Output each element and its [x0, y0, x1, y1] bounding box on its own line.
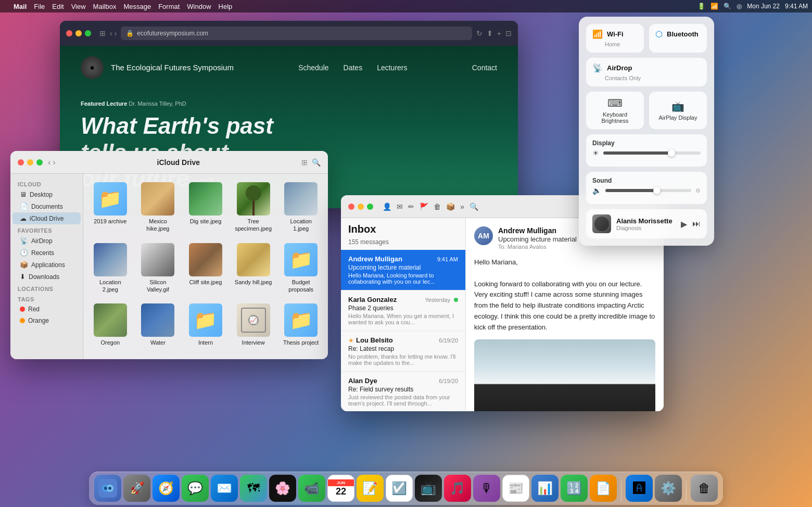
mail-close-button[interactable]	[348, 204, 354, 210]
browser-back-button[interactable]: ‹	[110, 29, 112, 37]
mail-item-1[interactable]: Karla Gonzalez Yesterday Phase 2 queries…	[341, 290, 465, 331]
finder-item-location2[interactable]: Location 2.jpeg	[88, 240, 132, 297]
dock-launchpad[interactable]: 🚀	[123, 475, 150, 502]
dock-podcasts[interactable]: 🎙	[473, 475, 500, 502]
menubar-help[interactable]: Help	[219, 3, 233, 10]
browser-maximize-button[interactable]	[85, 30, 91, 36]
menubar-app-name[interactable]: Mail	[14, 3, 27, 10]
mail-more-icon[interactable]: »	[460, 202, 464, 211]
cc-airplay-tile[interactable]: 📺 AirPlay Display	[649, 92, 707, 129]
cc-wifi-tile[interactable]: 📶 Wi-Fi Home	[586, 24, 644, 53]
menubar-search[interactable]: 🔍	[724, 3, 731, 10]
menubar-file[interactable]: File	[34, 3, 45, 10]
menubar-view[interactable]: View	[71, 3, 86, 10]
menubar-siri[interactable]: ◎	[737, 3, 742, 10]
mail-minimize-button[interactable]	[358, 204, 364, 210]
finder-item-oregon[interactable]: Oregon	[88, 300, 132, 349]
finder-close-button[interactable]	[18, 159, 24, 166]
mail-archive-icon[interactable]: 📦	[446, 202, 455, 211]
dock-tv[interactable]: 📺	[415, 475, 442, 502]
browser-tabs-button[interactable]: ⊡	[505, 29, 512, 37]
sidebar-item-desktop[interactable]: 🖥 Desktop	[12, 188, 81, 200]
dock-facetime[interactable]: 📹	[298, 475, 325, 502]
menubar-mailbox[interactable]: Mailbox	[93, 3, 117, 10]
nav-dates[interactable]: Dates	[344, 64, 363, 72]
nav-schedule[interactable]: Schedule	[298, 64, 328, 72]
mail-item-0[interactable]: Andrew Mulligan 9:41 AM Upcoming lecture…	[341, 250, 465, 290]
cc-keyboard-tile[interactable]: ⌨ Keyboard Brightness	[586, 92, 644, 129]
finder-item-location1[interactable]: Location 1.jpeg	[279, 179, 323, 236]
dock-reminders[interactable]: ☑️	[386, 475, 413, 502]
finder-item-digsite[interactable]: Dig site.jpeg	[184, 179, 227, 236]
dock-messages[interactable]: 💬	[182, 475, 209, 502]
finder-item-2019archive[interactable]: 📁 2019 archive	[88, 179, 132, 236]
dock-numbers[interactable]: 🔢	[561, 475, 588, 502]
cc-bluetooth-tile[interactable]: ⬡ Bluetooth	[649, 24, 707, 53]
finder-item-intern[interactable]: 📁 Intern	[184, 300, 227, 349]
dock-finder[interactable]	[94, 475, 121, 502]
nav-lecturers[interactable]: Lecturers	[377, 64, 407, 72]
menubar-wifi[interactable]: 📶	[710, 3, 718, 10]
dock-pages[interactable]: 📄	[590, 475, 617, 502]
dock-maps[interactable]: 🗺	[240, 475, 267, 502]
dock-music[interactable]: 🎵	[444, 475, 471, 502]
finder-maximize-button[interactable]	[36, 159, 43, 166]
browser-url-bar[interactable]: 🔒 ecofuturesymposium.com	[121, 27, 472, 40]
mail-maximize-button[interactable]	[367, 204, 373, 210]
mail-flag-icon[interactable]: 🚩	[420, 202, 428, 211]
finder-item-water[interactable]: Water	[136, 300, 180, 349]
sidebar-item-documents[interactable]: 📄 Documents	[12, 200, 81, 212]
dock-mail[interactable]: ✉️	[211, 475, 238, 502]
cc-display-slider[interactable]	[603, 151, 701, 155]
cc-sound-slider[interactable]	[605, 189, 691, 192]
mail-contact-icon[interactable]: 👤	[383, 202, 391, 211]
nav-contact[interactable]: Contact	[472, 64, 497, 72]
mail-search-icon[interactable]: 🔍	[470, 202, 478, 211]
cc-display-knob[interactable]	[668, 149, 675, 157]
browser-close-button[interactable]	[66, 30, 72, 36]
dock-notes[interactable]: 📝	[357, 475, 384, 502]
dock-news[interactable]: 📰	[502, 475, 529, 502]
mail-item-2[interactable]: ★ Lou Belsito 6/19/20 Re: Latest recap N…	[341, 331, 465, 372]
dock-photos[interactable]: 🌸	[269, 475, 296, 502]
finder-item-tree[interactable]: Tree specimen.jpeg	[232, 179, 275, 236]
finder-search-button[interactable]: 🔍	[312, 158, 321, 167]
browser-forward-button[interactable]: ›	[115, 29, 117, 37]
sidebar-item-recents[interactable]: 🕐 Recents	[12, 247, 81, 259]
menubar-format[interactable]: Format	[158, 3, 180, 10]
dock-appstore[interactable]: 🅰	[626, 475, 653, 502]
np-next-button[interactable]: ⏭	[692, 219, 701, 229]
cc-sound-knob[interactable]	[653, 187, 661, 194]
sidebar-tag-red[interactable]: Red	[12, 303, 81, 315]
sidebar-item-icloud-drive[interactable]: ☁ iCloud Drive	[12, 212, 81, 224]
finder-view-options[interactable]: ⊞	[301, 158, 308, 167]
sidebar-item-applications[interactable]: 📦 Applications	[12, 259, 81, 271]
menubar-edit[interactable]: Edit	[52, 3, 64, 10]
browser-sidebar-toggle[interactable]: ⊞	[99, 29, 106, 37]
sidebar-tag-orange[interactable]: Orange	[12, 315, 81, 326]
np-play-button[interactable]: ▶	[681, 219, 687, 229]
mail-item-3[interactable]: Alan Dye 6/19/20 Re: Field survey result…	[341, 372, 465, 411]
finder-back-button[interactable]: ‹	[48, 158, 50, 167]
menubar-message[interactable]: Message	[123, 3, 151, 10]
finder-item-sandyhill[interactable]: Sandy hill.jpeg	[232, 240, 275, 297]
cc-airdrop-tile[interactable]: 📡 AirDrop Contacts Only	[586, 58, 707, 86]
browser-add-button[interactable]: +	[497, 29, 501, 37]
dock-keynote[interactable]: 📊	[531, 475, 559, 502]
finder-minimize-button[interactable]	[27, 159, 33, 166]
sidebar-item-downloads[interactable]: ⬇ Downloads	[12, 271, 81, 283]
finder-item-cliffsite[interactable]: Cliff site.jpeg	[184, 240, 227, 297]
dock-trash[interactable]: 🗑	[691, 475, 718, 502]
finder-item-siliconvalley[interactable]: Silicon Valley.gif	[136, 240, 180, 297]
finder-forward-button[interactable]: ›	[53, 158, 55, 167]
sidebar-item-airdrop[interactable]: 📡 AirDrop	[12, 235, 81, 247]
dock-calendar[interactable]: JUN 22	[327, 475, 354, 502]
mail-delete-icon[interactable]: 🗑	[434, 202, 441, 211]
finder-item-thesis[interactable]: 📁 Thesis project	[279, 300, 323, 349]
mail-reply-icon[interactable]: ✏	[408, 202, 414, 211]
browser-share-button[interactable]: ⬆	[487, 29, 493, 37]
mail-compose-icon[interactable]: ✉	[397, 202, 403, 211]
finder-item-mexicohike[interactable]: Mexico hike.jpeg	[136, 179, 180, 236]
finder-item-interview[interactable]: 📈 Interview	[232, 300, 275, 349]
menubar-window[interactable]: Window	[187, 3, 211, 10]
